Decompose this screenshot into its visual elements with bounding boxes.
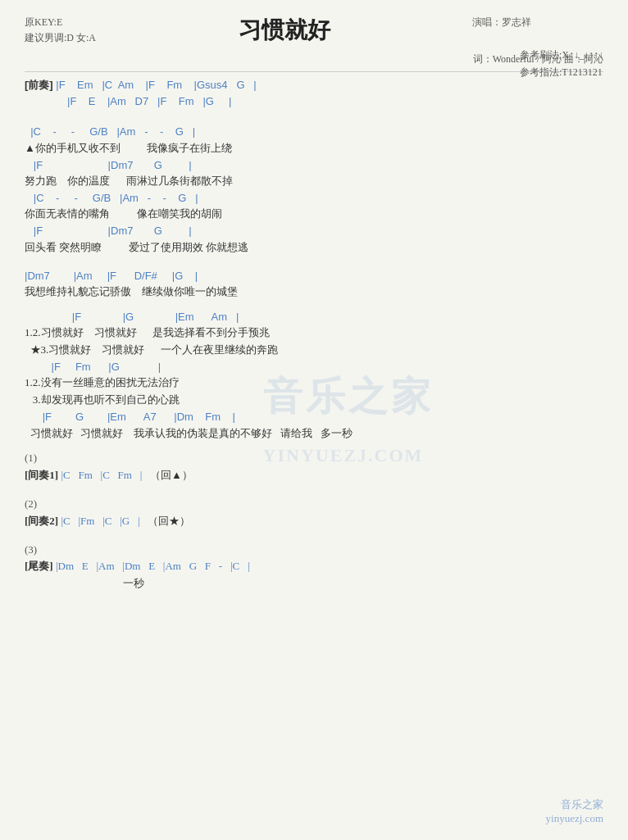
prelude-section: [前奏] |F Em |C Am |F Fm |Gsus4 G | |F E |… (25, 77, 603, 109)
key-line2: 建议男调:D 女:A (25, 30, 96, 46)
gap2 (25, 261, 603, 268)
finger-pattern: 参考指法:T1213121 (520, 64, 603, 80)
song-title: 习惯就好 (96, 15, 472, 46)
v1-chord4: |F |Dm7 G | (25, 223, 603, 239)
v1-chord2: |F |Dm7 G | (25, 157, 603, 174)
ch-chord4: |F G |Em A7 |Dm Fm | (25, 409, 603, 425)
singer-info: 演唱：罗志祥 (472, 15, 603, 30)
interlude2-label: (2) (25, 496, 603, 513)
ch-chord2: |F |G |Em Am | (25, 309, 603, 325)
prelude-chord1: [前奏] |F Em |C Am |F Fm |Gsus4 G | (25, 77, 603, 93)
key-info: 原KEY:E 建议男调:D 女:A (25, 15, 96, 46)
outro-lyric: 一秒 (25, 575, 603, 593)
footer-text1: 音乐之家 (546, 797, 603, 812)
footer-text2: yinyuezj.com (546, 812, 603, 825)
key-line1: 原KEY:E (25, 15, 96, 30)
gap6 (25, 535, 603, 542)
v1-lyric1: ▲你的手机又收不到 我像疯子在街上绕 (25, 140, 603, 157)
footer-watermark: 音乐之家 yinyuezj.com (546, 797, 603, 825)
gap1 (25, 117, 603, 124)
interlude2-section: (2) [间奏2] |C |Fm |C |G | （回★） (25, 496, 603, 530)
interlude1-section: (1) [间奏1] |C Fm |C Fm | （回▲） (25, 450, 603, 484)
outro-line: [尾奏] |Dm E |Am |Dm E |Am G F - |C | (25, 558, 603, 575)
ch-chord1: |Dm7 |Am |F D/F# |G | (25, 268, 603, 284)
ch-chord3: |F Fm |G | (25, 359, 603, 375)
ch-lyric2b: ★3.习惯就好 习惯就好 一个人在夜里继续的奔跑 (25, 342, 603, 359)
strum-pattern: 参考刷法:X↑↓_↓↑↑↓ (520, 47, 603, 63)
singer-label: 演唱：罗志祥 (472, 15, 603, 30)
gap5 (25, 489, 603, 496)
verse1: |C - - G/B |Am - - G | ▲你的手机又收不到 我像疯子在街上… (25, 124, 603, 256)
ch-lyric3a: 1.2.没有一丝睡意的困扰无法治疗 (25, 375, 603, 392)
content: [前奏] |F Em |C Am |F Fm |Gsus4 G | |F E |… (25, 77, 603, 593)
chorus: |Dm7 |Am |F D/F# |G | 我想维持礼貌忘记骄傲 继续做你唯一的… (25, 268, 603, 301)
v1-lyric4: 回头看 突然明瞭 爱过了使用期效 你就想逃 (25, 239, 603, 257)
reference-box: 参考刷法:X↑↓_↓↑↑↓ 参考指法:T1213121 (520, 47, 603, 80)
v1-lyric2: 努力跑 你的温度 雨淋过几条街都散不掉 (25, 173, 603, 190)
page: 音乐之家 YINYUEZJ.COM 原KEY:E 建议男调:D 女:A 习惯就好… (0, 0, 628, 840)
ch-lyric4: 习惯就好 习惯就好 我承认我的伪装是真的不够好 请给我 多一秒 (25, 425, 603, 443)
interlude2-line: [间奏2] |C |Fm |C |G | （回★） (25, 513, 603, 530)
interlude1-label: (1) (25, 450, 603, 467)
v1-chord1: |C - - G/B |Am - - G | (25, 124, 603, 140)
v1-lyric3: 你面无表情的嘴角 像在嘲笑我的胡闹 (25, 206, 603, 223)
header: 原KEY:E 建议男调:D 女:A 习惯就好 演唱：罗志祥 (25, 15, 603, 46)
interlude1-line: [间奏1] |C Fm |C Fm | （回▲） (25, 467, 603, 484)
v1-chord3: |C - - G/B |Am - - G | (25, 190, 603, 207)
ch-lyric1: 我想维持礼貌忘记骄傲 继续做你唯一的城堡 (25, 284, 603, 301)
outro-label: (3) (25, 542, 603, 559)
ch-lyric2a: 1.2.习惯就好 习惯就好 是我选择看不到分手预兆 (25, 325, 603, 342)
outro-section: (3) [尾奏] |Dm E |Am |Dm E |Am G F - |C | … (25, 542, 603, 593)
prelude-chord2: |F E |Am D7 |F Fm |G | (25, 93, 603, 110)
chorus2: |F |G |Em Am | 1.2.习惯就好 习惯就好 是我选择看不到分手预兆… (25, 309, 603, 442)
divider-top (25, 71, 603, 72)
ch-lyric3b: 3.却发现再也听不到自己的心跳 (25, 392, 603, 409)
